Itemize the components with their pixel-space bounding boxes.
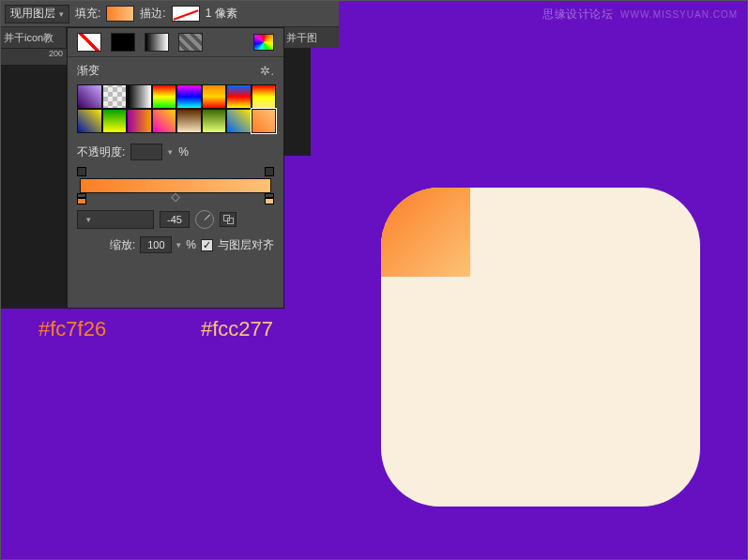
fill-swatch[interactable] xyxy=(106,6,134,22)
layer-mode-value: 现用图层 xyxy=(10,6,55,22)
fill-type-none[interactable] xyxy=(77,33,101,52)
chevron-down-icon[interactable]: ▾ xyxy=(176,240,181,250)
opacity-label: 不透明度: xyxy=(77,144,125,160)
gradient-preset[interactable] xyxy=(127,84,152,109)
gradient-presets xyxy=(77,84,276,133)
document-tab-left[interactable]: 并干icon教 xyxy=(1,27,67,48)
opacity-input[interactable] xyxy=(130,144,162,160)
canvas-gradient-shape[interactable] xyxy=(381,188,470,277)
hex-code-1: #fc7f26 xyxy=(38,317,106,341)
presets-label: 渐变 xyxy=(77,63,99,79)
color-stop-right[interactable] xyxy=(265,193,274,204)
opacity-stop-right[interactable] xyxy=(265,167,274,176)
gradient-preset[interactable] xyxy=(226,109,252,133)
gradient-preset[interactable] xyxy=(102,84,128,109)
stroke-width-value[interactable]: 1 像素 xyxy=(206,6,237,22)
fill-gradient-popup: 渐变 ✲. 不透明度: ▾ % xyxy=(67,27,284,309)
opacity-stop-left[interactable] xyxy=(77,167,86,176)
percent-label: % xyxy=(178,145,189,159)
gradient-preset[interactable] xyxy=(127,109,152,133)
align-with-layer-checkbox[interactable]: ✓ xyxy=(201,239,213,251)
gradient-preset[interactable] xyxy=(226,84,252,109)
gradient-preset[interactable] xyxy=(252,84,277,109)
fill-label: 填充: xyxy=(75,6,100,22)
stroke-label: 描边: xyxy=(140,6,165,22)
gradient-preset[interactable] xyxy=(152,109,177,133)
gradient-preset[interactable] xyxy=(176,109,202,133)
angle-dial[interactable] xyxy=(195,210,214,229)
watermark: 思缘设计论坛 WWW.MISSYUAN.COM xyxy=(542,7,738,23)
gradient-preset[interactable] xyxy=(102,109,128,133)
chevron-down-icon[interactable]: ▾ xyxy=(168,147,173,157)
ruler-horizontal: 200 xyxy=(1,48,67,65)
color-picker-icon[interactable] xyxy=(253,34,274,51)
canvas-dark-area-right xyxy=(284,48,311,156)
gradient-preset[interactable] xyxy=(202,84,227,109)
gradient-bar[interactable] xyxy=(80,178,271,193)
align-with-layer-label: 与图层对齐 xyxy=(218,237,274,253)
scale-label: 缩放: xyxy=(110,237,135,253)
scale-input[interactable]: 100 xyxy=(140,236,172,253)
gradient-preset[interactable] xyxy=(77,109,102,133)
angle-input[interactable]: -45 xyxy=(160,211,190,228)
percent-label: % xyxy=(186,238,196,251)
gradient-preset-selected[interactable] xyxy=(252,109,277,133)
ruler-tick: 200 xyxy=(49,49,63,58)
gradient-style-select[interactable]: ▾ xyxy=(77,210,154,229)
stroke-swatch[interactable] xyxy=(172,6,200,22)
document-tab-right[interactable]: 并干图 xyxy=(284,27,339,48)
gear-icon[interactable]: ✲. xyxy=(260,64,274,78)
fill-type-row xyxy=(68,28,283,57)
hex-code-2: #fcc277 xyxy=(201,317,273,341)
fill-type-gradient[interactable] xyxy=(145,33,169,52)
shape-options-bar: 现用图层 ▾ 填充: 描边: 1 像素 xyxy=(1,1,339,27)
watermark-zh: 思缘设计论坛 xyxy=(542,7,613,23)
reverse-gradient-button[interactable] xyxy=(220,212,237,227)
gradient-preset[interactable] xyxy=(77,84,102,109)
canvas-dark-area xyxy=(1,65,67,309)
gradient-preset[interactable] xyxy=(202,109,227,133)
canvas-rounded-rect[interactable] xyxy=(381,188,700,507)
gradient-editor[interactable] xyxy=(77,167,274,204)
layer-mode-select[interactable]: 现用图层 ▾ xyxy=(5,5,69,23)
color-stop-left[interactable] xyxy=(77,193,86,204)
chevron-down-icon: ▾ xyxy=(86,215,91,224)
gradient-preset[interactable] xyxy=(152,84,177,109)
gradient-preset[interactable] xyxy=(176,84,202,109)
chevron-down-icon: ▾ xyxy=(59,9,64,19)
fill-type-pattern[interactable] xyxy=(178,33,203,52)
fill-type-solid[interactable] xyxy=(111,33,135,52)
gradient-midpoint[interactable] xyxy=(171,193,180,203)
watermark-en: WWW.MISSYUAN.COM xyxy=(620,9,738,20)
